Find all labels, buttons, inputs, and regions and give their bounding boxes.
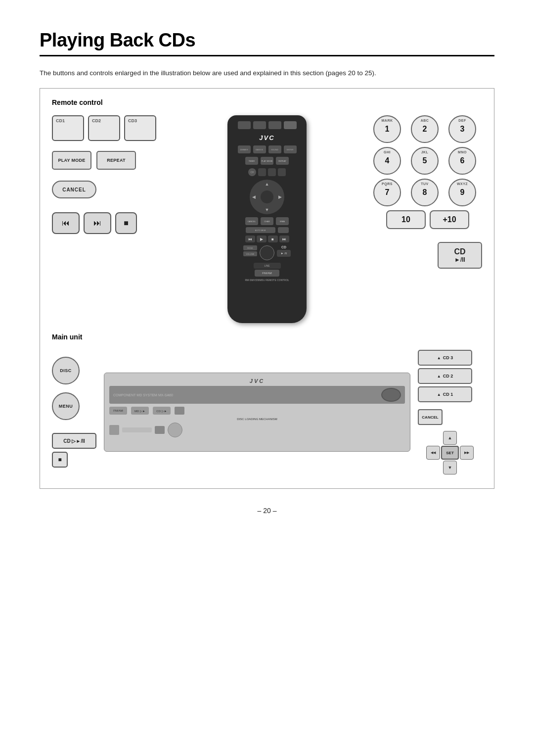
remote-circle-1[interactable]: CH [248, 168, 256, 176]
cd-play-icon: ►/II [454, 256, 465, 263]
cd1-eject-btn[interactable]: ▲ CD 1 [418, 386, 472, 402]
numpad-key-3[interactable]: DEF 3 [448, 115, 476, 143]
cd-play-pause-btn[interactable]: ►/II [454, 256, 465, 263]
disc-button[interactable]: DISC [52, 357, 80, 384]
unit-knob2[interactable] [168, 423, 182, 437]
key1-sub: MARK [382, 119, 393, 122]
remote-repeat2[interactable]: REPEAT [276, 157, 289, 165]
stop-button[interactable]: ■ [115, 212, 137, 234]
remote-btn-2[interactable] [253, 121, 266, 129]
numpad-key-7[interactable]: PQRS 7 [373, 179, 401, 206]
key1-number: 1 [385, 125, 390, 134]
set-left-btn[interactable]: ◀◀ [426, 446, 440, 460]
remote-stop-btn[interactable]: ■ [268, 236, 278, 242]
remote-play-pause[interactable]: ► /II [277, 250, 291, 257]
empty-br [460, 461, 474, 474]
set-up-btn[interactable]: ▲ [443, 431, 457, 445]
prev-button[interactable]: ⏮ [52, 212, 80, 234]
remote-nav-right[interactable]: ▶ [278, 194, 282, 199]
numpad-key-1[interactable]: MARK 1 [373, 115, 401, 143]
prev-icon: ⏮ [62, 219, 70, 228]
remote-nav-up[interactable]: ▲ [265, 182, 269, 187]
key-plus10-number: +10 [443, 215, 456, 224]
remote-play-btn[interactable]: ▶ [257, 236, 267, 242]
remote-md-col: ROSE VOLUME [243, 245, 257, 260]
unit-stop-btn[interactable]: ■ [52, 452, 68, 468]
remote-nav-down[interactable]: ▼ [265, 207, 269, 212]
remote-section-label: Remote control [52, 98, 482, 106]
repeat-button[interactable]: REPEAT [96, 151, 136, 170]
remote-line-btn[interactable]: LINE [254, 263, 281, 269]
unit-cd-play-btn[interactable]: CD ▷►/II [52, 433, 96, 449]
key5-sub: JKL [421, 150, 429, 154]
cancel-button[interactable]: CANCEL [52, 181, 96, 198]
unit-extra-btn2[interactable] [155, 426, 165, 434]
unit-stop-small[interactable] [175, 407, 184, 415]
set-right-btn[interactable]: ▶▶ [460, 446, 474, 460]
remote-repeat[interactable]: PLAY MODE [261, 157, 273, 165]
unit-cd-btn[interactable]: CD ▷► [153, 407, 171, 415]
remote-char-btn[interactable] [258, 168, 266, 176]
empty-bl [426, 461, 440, 474]
numpad-key-6[interactable]: MNO 6 [448, 147, 476, 175]
remote-cd-col: CD ► /II [277, 245, 291, 260]
unit-stop-row: ■ [52, 452, 96, 468]
remote-nav-left[interactable]: ◀ [252, 194, 256, 199]
remote-rose-btn[interactable]: ROSE [243, 245, 257, 250]
unit-main-knob[interactable] [381, 388, 401, 402]
cd3-eject-btn[interactable]: ▲ CD 3 [418, 350, 472, 366]
title-underline [40, 55, 494, 56]
remote-play-row: TIMER PLAY MODE REPEAT [245, 157, 289, 165]
numpad-key-10[interactable]: 10 [386, 210, 426, 229]
unit-extra-btn1[interactable] [109, 425, 119, 435]
next-button[interactable]: ⏭ [84, 212, 111, 234]
unit-left-controls: DISC MENU CD ▷►/II ■ [52, 357, 96, 468]
play-mode-button[interactable]: PLAY MODE [52, 151, 91, 170]
remote-btn-r2-1[interactable]: DIMMER [238, 145, 251, 153]
remote-char[interactable]: CHAR [261, 217, 273, 225]
remote-cancel[interactable]: CANCEL [245, 217, 258, 225]
remote-btn-extra[interactable] [278, 227, 289, 233]
remote-play-mode[interactable]: TIMER [245, 157, 258, 165]
cd3-button[interactable]: CD3 [124, 115, 156, 141]
remote-top-row [238, 121, 297, 129]
cd2-button[interactable]: CD2 [88, 115, 120, 141]
remote-nav-center[interactable] [261, 190, 273, 203]
unit-cancel-btn[interactable]: CANCEL [418, 409, 443, 425]
menu-button[interactable]: MENU [52, 392, 80, 420]
remote-wma[interactable]: WMA [276, 217, 289, 225]
remote-model-text: RM-SMXS56MDU REMOTE CONTROL [245, 279, 289, 282]
set-down-btn[interactable]: ▼ [443, 461, 457, 474]
cd2-eject-btn[interactable]: ▲ CD 2 [418, 368, 472, 384]
remote-btn-1[interactable] [238, 121, 251, 129]
remote-prev-btn[interactable]: ⏮ [245, 236, 255, 242]
remote-circle-row: CH [248, 168, 286, 176]
unit-fm-am-btn[interactable]: FM/AM [109, 407, 127, 415]
cd1-button[interactable]: CD1 [52, 115, 84, 141]
numpad-key-2[interactable]: ABC 2 [411, 115, 439, 143]
remote-btn-r2-3[interactable]: SOUND [268, 145, 281, 153]
set-center-btn[interactable]: SET [441, 446, 459, 460]
numpad-key-4[interactable]: GHI 4 [373, 147, 401, 175]
remote-btn-x1[interactable] [268, 168, 276, 176]
unit-md-btn[interactable]: MD ▷► [131, 407, 149, 415]
remote-volume-knob[interactable] [260, 245, 274, 260]
numpad-key-9[interactable]: WXYZ 9 [448, 179, 476, 206]
key6-number: 6 [460, 156, 465, 165]
key7-sub: PQRS [382, 182, 393, 186]
numpad-key-plus10[interactable]: +10 [430, 210, 469, 229]
numpad-key-8[interactable]: TUV 8 [411, 179, 439, 206]
numpad-key-5[interactable]: JKL 5 [411, 147, 439, 175]
remote-auto-mem[interactable]: AUTO MEM [246, 227, 275, 233]
remote-btn-3[interactable] [268, 121, 281, 129]
remote-line-label: LINE [264, 264, 269, 267]
numpad-area: MARK 1 ABC 2 DEF 3 GHI [373, 115, 482, 323]
remote-btn-r2-4[interactable]: ENTER [284, 145, 297, 153]
stop-icon: ■ [124, 219, 129, 228]
remote-next-btn[interactable]: ⏭ [279, 236, 289, 242]
remote-btn-x2[interactable] [278, 168, 286, 176]
remote-btn-on[interactable] [284, 121, 297, 129]
remote-btn-r2-2[interactable]: BASS B [253, 145, 266, 153]
unit-cd-transport-area: CD ▷►/II ■ [52, 433, 96, 468]
remote-fm-am-btn[interactable]: FM/AM [255, 270, 279, 277]
